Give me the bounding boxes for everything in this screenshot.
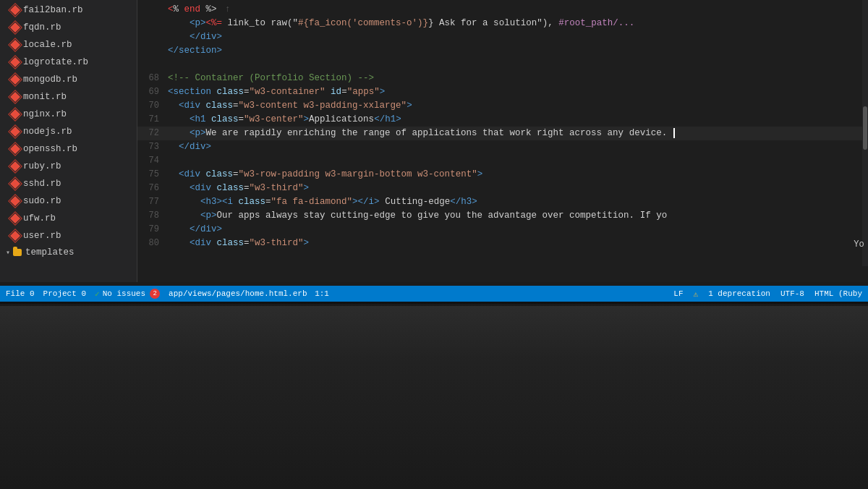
cursor-position: 1:1	[310, 289, 329, 298]
file-item[interactable]: sudo.rb	[0, 192, 137, 210]
line-content: </div>	[168, 30, 222, 44]
file-label: openssh.rb	[23, 142, 77, 156]
file-label: nodejs.rb	[23, 124, 72, 139]
chevron-down-icon: ▾	[6, 248, 10, 257]
file-item[interactable]: openssh.rb	[0, 140, 137, 158]
file-item[interactable]: sshd.rb	[0, 175, 137, 192]
code-line: </section>	[137, 44, 868, 58]
scrollbar-track[interactable]	[862, 0, 868, 266]
ruby-icon	[10, 231, 20, 241]
file-label: locale.rb	[23, 38, 72, 52]
line-content: <div class="w3-content w3-padding-xxlarg…	[168, 99, 412, 113]
ruby-icon	[10, 161, 20, 171]
file-label: sudo.rb	[23, 194, 61, 208]
ruby-icon	[10, 57, 20, 67]
status-filepath[interactable]: app/views/pages/home.html.erb 1:1	[169, 289, 329, 298]
file-item[interactable]: fail2ban.rb	[0, 1, 137, 19]
file-item[interactable]: fqdn.rb	[0, 19, 137, 36]
scrollbar-thumb[interactable]	[863, 106, 867, 150]
file-path-label: app/views/pages/home.html.erb	[169, 289, 307, 298]
screen-area: fail2ban.rb fqdn.rb locale.rb logrotate.…	[0, 0, 868, 304]
line-content: <div class="w3-row-padding w3-margin-bot…	[168, 168, 482, 182]
status-issues-label: No issues	[103, 289, 145, 298]
file-item[interactable]: nodejs.rb	[0, 123, 137, 140]
line-number: 77	[137, 195, 168, 209]
check-icon: ✓	[95, 289, 100, 299]
code-line: 73 </div>	[137, 140, 868, 154]
status-bar-right: LF ⚠ 1 deprecation UTF-8 HTML (Ruby	[673, 289, 862, 299]
file-label: user.rb	[23, 229, 61, 243]
line-number: 80	[137, 237, 168, 250]
line-content: <section class="w3-container" id="apps">	[168, 85, 385, 99]
line-number: 78	[137, 209, 168, 223]
line-number: 69	[137, 85, 168, 99]
file-label: nginx.rb	[23, 107, 67, 122]
file-item[interactable]: monit.rb	[0, 88, 137, 106]
file-item[interactable]: mongodb.rb	[0, 71, 137, 88]
status-project-label: Project 0	[43, 289, 86, 298]
line-number: 72	[137, 127, 168, 140]
folder-icon	[13, 249, 22, 256]
ruby-icon	[10, 40, 20, 50]
encoding-label: UTF-8	[780, 289, 804, 298]
code-line: 68 <!-- Container (Portfolio Section) --…	[137, 72, 868, 85]
line-content: <p><%= link_to raw("#{fa_icon('comments-…	[168, 17, 634, 30]
code-line: </div>	[137, 30, 868, 44]
line-number: 79	[137, 223, 168, 237]
code-line: 76 <div class="w3-third">	[137, 182, 868, 195]
line-content: <p>We are rapidly enriching the range of…	[168, 127, 675, 140]
code-line: 80 <div class="w3-third">	[137, 237, 868, 250]
code-line: 71 <h1 class="w3-center">Applications</h…	[137, 113, 868, 127]
ruby-icon	[10, 109, 20, 119]
file-item[interactable]: nginx.rb	[0, 106, 137, 123]
file-item[interactable]: ufw.rb	[0, 210, 137, 227]
laptop-outer: fail2ban.rb fqdn.rb locale.rb logrotate.…	[0, 0, 868, 489]
code-line-active: 72 <p>We are rapidly enriching the range…	[137, 127, 868, 140]
line-content: <p>Our apps always stay cutting-edge to …	[168, 209, 667, 223]
status-project[interactable]: Project 0	[43, 289, 86, 298]
line-number: 71	[137, 113, 168, 127]
file-label: fail2ban.rb	[23, 3, 83, 17]
editor-container: fail2ban.rb fqdn.rb locale.rb logrotate.…	[0, 0, 868, 282]
screen-content: fail2ban.rb fqdn.rb locale.rb logrotate.…	[0, 0, 868, 302]
ruby-icon	[10, 5, 20, 15]
folder-item-templates[interactable]: ▾ templates	[0, 246, 137, 259]
line-number: 68	[137, 72, 168, 85]
issues-count-badge: 2	[150, 289, 160, 299]
ruby-icon	[10, 196, 20, 206]
line-content	[168, 58, 174, 72]
line-number: 76	[137, 182, 168, 195]
file-label: fqdn.rb	[23, 20, 61, 35]
code-line: <% end %> ↑	[137, 3, 868, 17]
status-bar: File 0 Project 0 ✓ No issues 2 app/views…	[0, 286, 868, 302]
status-no-issues[interactable]: ✓ No issues 2	[95, 289, 160, 299]
file-label: monit.rb	[23, 90, 67, 104]
file-item[interactable]: locale.rb	[0, 36, 137, 54]
status-file-label: File 0	[6, 289, 35, 298]
file-item[interactable]: ruby.rb	[0, 158, 137, 175]
line-content: </div>	[168, 140, 211, 154]
folder-label: templates	[25, 247, 75, 258]
line-content: <!-- Container (Portfolio Section) -->	[168, 72, 374, 85]
code-line: 75 <div class="w3-row-padding w3-margin-…	[137, 168, 868, 182]
line-content: </section>	[168, 44, 222, 58]
line-number: 75	[137, 168, 168, 182]
code-lines: <% end %> ↑ <p><%= link_to raw("#{fa_ico…	[137, 0, 868, 253]
status-file[interactable]: File 0	[6, 289, 35, 298]
line-number: 73	[137, 140, 168, 154]
code-editor[interactable]: <% end %> ↑ <p><%= link_to raw("#{fa_ico…	[137, 0, 868, 282]
file-label: ufw.rb	[23, 211, 56, 226]
file-item[interactable]: user.rb	[0, 227, 137, 244]
line-content: <h3><i class="fa fa-diamond"></i> Cuttin…	[168, 195, 477, 209]
line-number: 70	[137, 99, 168, 113]
line-ending: LF	[673, 289, 683, 298]
file-item[interactable]: logrotate.rb	[0, 54, 137, 71]
code-line: 69 <section class="w3-container" id="app…	[137, 85, 868, 99]
code-line: <p><%= link_to raw("#{fa_icon('comments-…	[137, 17, 868, 30]
line-content: <div class="w3-third">	[168, 237, 309, 250]
line-content: <% end %> ↑	[168, 3, 231, 17]
warning-icon: ⚠	[694, 289, 699, 299]
file-label: sshd.rb	[23, 177, 61, 191]
deprecation-label: 1 deprecation	[708, 289, 770, 298]
language-label: HTML (Ruby	[814, 289, 862, 298]
